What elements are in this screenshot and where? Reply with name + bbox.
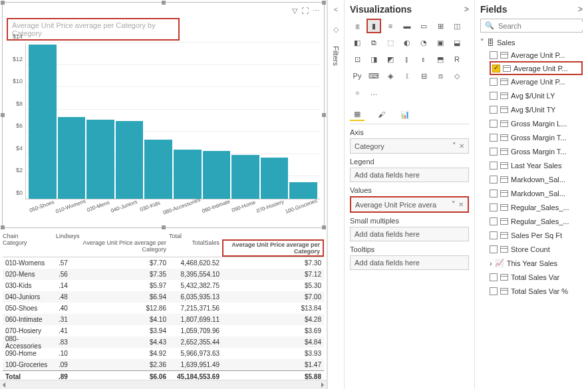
- viz-type-icon[interactable]: ◔: [416, 35, 431, 50]
- expand-filters-icon[interactable]: <: [334, 5, 338, 13]
- bookmark-icon[interactable]: ◇: [333, 25, 339, 34]
- field-checkbox[interactable]: [490, 106, 498, 114]
- tooltips-well[interactable]: Add data fields here: [350, 255, 469, 270]
- chart-visual-frame[interactable]: ▽ ⛶ ⋯ Average Unit Price average per Cat…: [2, 2, 325, 228]
- viz-type-icon[interactable]: ⫾: [416, 52, 431, 66]
- viz-type-icon[interactable]: ▭: [416, 19, 431, 33]
- field-item[interactable]: Markdown_Sal...: [490, 172, 583, 186]
- field-checkbox[interactable]: [490, 120, 498, 128]
- bar[interactable]: [231, 155, 259, 199]
- bar[interactable]: [289, 182, 317, 199]
- viz-type-icon[interactable]: ⊡: [350, 52, 365, 66]
- expand-icon[interactable]: ˅: [480, 38, 484, 47]
- chevron-down-icon[interactable]: ˅: [452, 200, 456, 209]
- field-item[interactable]: Markdown_Sal...: [490, 186, 583, 200]
- viz-type-icon[interactable]: ⬚: [383, 35, 398, 50]
- viz-type-icon[interactable]: ◫: [450, 19, 464, 33]
- bar[interactable]: [144, 140, 172, 199]
- field-item[interactable]: Avg $/Unit LY: [490, 88, 583, 102]
- field-item[interactable]: Gross Margin T...: [490, 130, 583, 144]
- horizontal-scrollbar[interactable]: [0, 380, 327, 389]
- small-multiples-well[interactable]: Add data fields here: [350, 227, 469, 241]
- field-checkbox[interactable]: [490, 287, 498, 295]
- field-item[interactable]: Gross Margin T...: [490, 144, 583, 158]
- analytics-tab[interactable]: 📊: [398, 108, 412, 121]
- axis-well[interactable]: Category˅✕: [350, 138, 469, 154]
- format-tab[interactable]: 🖌: [374, 108, 388, 121]
- bar[interactable]: [29, 45, 57, 199]
- field-checkbox[interactable]: [490, 148, 498, 156]
- table-row[interactable]: 060-Intimate.31$4.101,807,699.11$4.28: [3, 314, 324, 325]
- viz-type-icon[interactable]: ≡: [383, 19, 398, 33]
- viz-type-icon[interactable]: ▮: [367, 19, 381, 33]
- viz-type-icon[interactable]: ◨: [367, 52, 381, 66]
- field-item[interactable]: Regular_Sales_...: [490, 214, 583, 228]
- field-item[interactable]: Avg $/Unit TY: [490, 102, 583, 116]
- viz-type-icon[interactable]: ⧉: [367, 35, 381, 50]
- remove-field-icon[interactable]: ✕: [458, 201, 464, 208]
- viz-type-icon[interactable]: ⧈: [433, 68, 448, 83]
- field-checkbox[interactable]: [492, 65, 500, 72]
- viz-type-icon[interactable]: Py: [350, 68, 365, 83]
- viz-type-icon[interactable]: ⫿: [400, 52, 414, 66]
- remove-field-icon[interactable]: ✕: [459, 142, 464, 150]
- table-row[interactable]: 020-Mens.56$7.358,395,554.10$7.12: [3, 269, 324, 280]
- bar[interactable]: [261, 158, 289, 199]
- field-item[interactable]: Total Sales Var %: [490, 284, 583, 298]
- viz-type-icon[interactable]: R: [450, 52, 464, 66]
- table-row[interactable]: 100-Groceries.09$2.361,639,951.49$1.47: [3, 359, 324, 370]
- field-checkbox[interactable]: [490, 231, 498, 239]
- viz-type-icon[interactable]: ⫱: [400, 68, 414, 83]
- field-checkbox[interactable]: [490, 190, 498, 197]
- viz-type-icon[interactable]: …: [367, 85, 381, 100]
- field-checkbox[interactable]: [490, 245, 498, 253]
- filters-rail[interactable]: < ◇ Filters: [327, 0, 345, 389]
- viz-type-icon[interactable]: ◈: [383, 68, 398, 83]
- collapse-viz-icon[interactable]: >: [464, 5, 469, 14]
- chevron-down-icon[interactable]: ˅: [452, 142, 456, 150]
- field-item[interactable]: Sales Per Sq Ft: [490, 228, 583, 242]
- field-item[interactable]: Average Unit P...: [490, 48, 583, 62]
- table-row[interactable]: 050-Shoes.40$12.867,215,371.56$13.84: [3, 303, 324, 314]
- field-checkbox[interactable]: [490, 78, 498, 86]
- fields-tab[interactable]: ▦: [350, 108, 365, 121]
- field-checkbox[interactable]: [490, 92, 498, 100]
- viz-type-icon[interactable]: ◇: [450, 68, 464, 83]
- table-row[interactable]: 080-Accessories.83$4.432,652,355.44$4.84: [3, 336, 324, 348]
- field-checkbox[interactable]: [490, 51, 498, 59]
- bar[interactable]: [86, 120, 114, 199]
- viz-type-icon[interactable]: ⊟: [416, 68, 431, 83]
- bar[interactable]: [116, 121, 144, 199]
- viz-type-icon[interactable]: ◩: [383, 52, 398, 66]
- field-checkbox[interactable]: [490, 217, 498, 225]
- field-item[interactable]: Regular_Sales_...: [490, 200, 583, 214]
- bar[interactable]: [58, 117, 86, 199]
- viz-type-icon[interactable]: ⟐: [350, 85, 365, 100]
- values-well[interactable]: Average Unit Price avera˅✕: [350, 196, 469, 213]
- more-options-icon[interactable]: ⋯: [313, 7, 320, 15]
- viz-type-icon[interactable]: ⬒: [433, 52, 448, 66]
- field-checkbox[interactable]: [490, 134, 498, 142]
- viz-type-icon[interactable]: ⬓: [450, 35, 464, 50]
- expand-icon[interactable]: ›: [490, 259, 492, 267]
- collapse-fields-icon[interactable]: >: [578, 5, 583, 14]
- field-item[interactable]: Last Year Sales: [490, 158, 583, 172]
- viz-type-icon[interactable]: ▬: [400, 19, 414, 33]
- field-item[interactable]: Average Unit P...: [490, 74, 583, 88]
- field-hierarchy[interactable]: ›📈This Year Sales: [490, 256, 583, 270]
- field-item[interactable]: Gross Margin L...: [490, 116, 583, 130]
- search-input[interactable]: [498, 22, 588, 30]
- table-row[interactable]: 090-Home.10$4.925,966,973.63$3.93: [3, 348, 324, 359]
- field-checkbox[interactable]: [490, 203, 498, 211]
- viz-type-icon[interactable]: ⌨: [367, 68, 381, 83]
- legend-well[interactable]: Add data fields here: [350, 168, 469, 182]
- field-item[interactable]: Average Unit P...: [490, 61, 583, 75]
- table-row[interactable]: 010-Womens.57$7.704,468,620.52$7.30: [3, 257, 324, 269]
- viz-type-icon[interactable]: ▣: [433, 35, 448, 50]
- focus-mode-icon[interactable]: ⛶: [301, 7, 309, 15]
- viz-type-icon[interactable]: ◧: [350, 35, 365, 50]
- bar[interactable]: [174, 150, 202, 199]
- field-checkbox[interactable]: [490, 162, 498, 170]
- field-item[interactable]: Store Count: [490, 242, 583, 256]
- table-node-sales[interactable]: ˅ 🗄 Sales: [480, 38, 583, 47]
